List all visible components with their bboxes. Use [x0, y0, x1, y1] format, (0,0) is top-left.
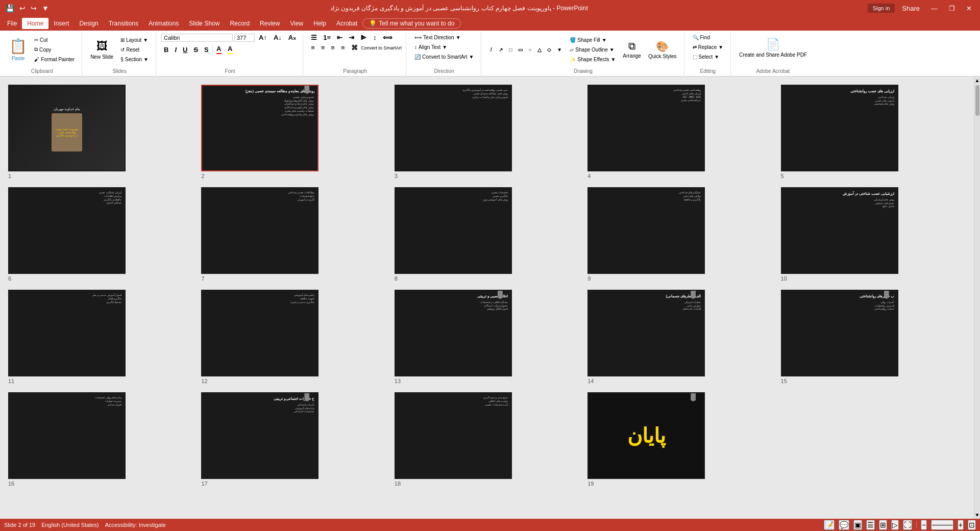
bullets-button[interactable]: ☰	[308, 33, 320, 42]
slide-item-2[interactable]: روش های معاینه و مطالعه سیستم عصبی (مغز)…	[201, 85, 386, 179]
menu-insert[interactable]: Insert	[48, 18, 74, 29]
outline-view-button[interactable]: ☰	[866, 520, 875, 530]
shape-more[interactable]: ▼	[554, 46, 564, 54]
shape-fill-button[interactable]: 🪣 Shape Fill▼	[567, 35, 619, 44]
menu-transitions[interactable]: Transitions	[104, 18, 143, 29]
menu-help[interactable]: Help	[308, 18, 331, 29]
slide-thumb-19[interactable]: پایان	[587, 392, 705, 479]
slide-item-10[interactable]: ارزشیابی عصب شناختی در آموزش روش های ارز…	[781, 187, 966, 282]
bold-button[interactable]: B	[161, 45, 171, 55]
slide-thumb-2[interactable]: روش های معاینه و مطالعه سیستم عصبی (مغز)…	[201, 85, 318, 171]
replace-button[interactable]: ⇄ Replace▼	[690, 42, 727, 52]
shape-diamond[interactable]: ◇	[545, 46, 554, 54]
smart-art-button[interactable]: ⌘	[349, 43, 360, 53]
zoom-out-button[interactable]: −	[921, 520, 927, 530]
text-direction-button[interactable]: ⟺ Text Direction ▼	[411, 33, 477, 42]
justify-button[interactable]: ≡	[338, 43, 348, 53]
sign-in-button[interactable]: Sign in	[868, 4, 895, 13]
menu-record[interactable]: Record	[225, 18, 255, 29]
convert-smartart-button[interactable]: 🔄 Convert to SmartArt ▼	[411, 52, 477, 61]
shape-rounded-rect[interactable]: ▭	[516, 46, 525, 54]
notes-button[interactable]: 📝	[824, 520, 835, 530]
slide-thumb-11[interactable]: اصول آموزش مبتنی بر مغز یادگیری فعال محی…	[8, 290, 126, 376]
slide-item-3[interactable]: متن عصبی روانشناسی در آموزش و یادگیری رو…	[395, 85, 579, 179]
shadow-button[interactable]: S	[202, 45, 211, 55]
slide-item-15[interactable]: ب خطرهای روانشناختی تأثیرات روانی استرس …	[781, 290, 966, 384]
align-right-button[interactable]: ≡	[328, 43, 337, 53]
slide-thumb-8[interactable]: تحقیقات مغزی یادگیری عصبی روش های آموزشی…	[395, 187, 512, 274]
reading-view-button[interactable]: ▷	[891, 520, 899, 530]
slide-item-8[interactable]: تحقیقات مغزی یادگیری عصبی روش های آموزشی…	[395, 187, 579, 282]
align-center-button[interactable]: ≡	[318, 43, 328, 53]
underline-button[interactable]: U	[180, 45, 190, 55]
normal-view-button[interactable]: ▣	[853, 520, 862, 530]
slide-thumb-10[interactable]: ارزشیابی عصب شناختی در آموزش روش های ارز…	[781, 187, 898, 274]
tell-me-input[interactable]: 💡 Tell me what you want to do	[362, 18, 461, 29]
slide-item-1[interactable]: بنام خداوند مهربان پاورپوینت فصل چهارمرو…	[8, 85, 193, 179]
slide-thumb-13[interactable]: اخلاق عصبی و تربیتی مسائل اخلاقی در تحقی…	[395, 290, 512, 376]
slide-thumb-16[interactable]: پیامدهای روانی تحقیقات مدیریت خطرات اصول…	[8, 392, 126, 479]
scroll-up-button[interactable]: ▲	[974, 77, 980, 84]
increase-indent-button[interactable]: ⇥	[346, 33, 357, 42]
strikethrough-button[interactable]: S	[191, 45, 201, 55]
align-text-button[interactable]: ↕ Align Text ▼	[411, 42, 477, 52]
slides-panel[interactable]: بنام خداوند مهربان پاورپوینت فصل چهارمرو…	[0, 77, 974, 519]
shape-rect[interactable]: □	[506, 46, 515, 54]
menu-view[interactable]: View	[285, 18, 308, 29]
highlight-button[interactable]: A	[225, 44, 235, 55]
shape-outline-button[interactable]: ▱ Shape Outline▼	[567, 45, 619, 54]
reset-button[interactable]: ↺ Reset	[117, 45, 152, 54]
cut-button[interactable]: ✂ Cut	[31, 35, 78, 44]
arrange-button[interactable]: ⧉ Arrange	[620, 35, 644, 64]
increase-font-size-button[interactable]: A↑	[256, 33, 270, 42]
scroll-down-button[interactable]: ▼	[974, 511, 980, 519]
shape-oval[interactable]: ○	[525, 46, 534, 54]
find-button[interactable]: 🔍 Find	[690, 33, 727, 42]
clear-format-button[interactable]: Aₓ	[286, 33, 299, 42]
slide-item-16[interactable]: پیامدهای روانی تحقیقات مدیریت خطرات اصول…	[8, 392, 193, 487]
shape-effects-button[interactable]: ✨ Shape Effects▼	[567, 55, 619, 64]
menu-design[interactable]: Design	[74, 18, 103, 29]
slideshow-button[interactable]: ⛶	[903, 520, 912, 530]
slide-item-4[interactable]: روانشناسی عصبی شناختی ارزیابی های بالینی…	[587, 85, 772, 179]
line-spacing-button[interactable]: ↕	[371, 33, 379, 42]
slide-thumb-14[interactable]: الف (خطرهای جسمانی) خطرات فیزیکی عوارض ج…	[587, 290, 705, 376]
slide-item-9[interactable]: عملکردهای شناختی توانایی های ذهنی یادگیر…	[587, 187, 772, 282]
zoom-slider[interactable]: ────	[931, 520, 953, 530]
slide-thumb-5[interactable]: ارزیابی های عصب روانشناختی ارزیابی شناخت…	[781, 85, 898, 171]
slide-item-7[interactable]: مطالعات عصبی شناختی نتایج تحقیقات کاربرد…	[201, 187, 386, 282]
restore-button[interactable]: ❐	[945, 4, 959, 13]
redo-button[interactable]: ↪	[29, 3, 38, 13]
minimize-button[interactable]: —	[927, 4, 942, 13]
layout-button[interactable]: ⊞ Layout ▼	[117, 35, 152, 44]
create-pdf-button[interactable]: 📄 Create and Share Adobe PDF	[736, 33, 810, 62]
paste-button[interactable]: 📋 Paste	[6, 35, 30, 64]
section-button[interactable]: § Section ▼	[117, 55, 152, 64]
slide-thumb-15[interactable]: ب خطرهای روانشناختی تأثیرات روانی استرس …	[781, 290, 898, 376]
decrease-indent-button[interactable]: ⇤	[334, 33, 345, 42]
slide-thumb-3[interactable]: متن عصبی روانشناسی در آموزش و یادگیری رو…	[395, 85, 512, 171]
slide-item-11[interactable]: اصول آموزش مبتنی بر مغز یادگیری فعال محی…	[8, 290, 193, 384]
align-left-button[interactable]: ≡	[308, 43, 317, 53]
menu-home[interactable]: Home	[22, 18, 48, 29]
undo-button[interactable]: ↩	[18, 3, 27, 13]
slide-thumb-9[interactable]: عملکردهای شناختی توانایی های ذهنی یادگیر…	[587, 187, 705, 274]
shape-arrow[interactable]: ↗	[496, 46, 505, 54]
new-slide-button[interactable]: 🖼 New Slide	[87, 35, 116, 64]
slide-thumb-1[interactable]: بنام خداوند مهربان پاورپوینت فصل چهارمرو…	[8, 85, 126, 171]
slide-thumb-17[interactable]: خ خطرات اجتماعی و تربیتی تأثیرات اجتماعی…	[201, 392, 318, 479]
font-size-input[interactable]	[234, 34, 255, 42]
right-scrollbar[interactable]: ▲ ▼	[974, 77, 980, 519]
scroll-thumb[interactable]	[975, 85, 979, 116]
menu-review[interactable]: Review	[255, 18, 285, 29]
slide-item-13[interactable]: اخلاق عصبی و تربیتی مسائل اخلاقی در تحقی…	[395, 290, 579, 384]
slide-sorter-button[interactable]: ⊞	[879, 520, 887, 530]
columns-button[interactable]: ⫸	[358, 33, 370, 42]
slide-item-17[interactable]: خ خطرات اجتماعی و تربیتی تأثیرات اجتماعی…	[201, 392, 386, 487]
tell-me-label[interactable]: Tell me what you want to do	[379, 20, 454, 27]
fit-slide-button[interactable]: ⊡	[968, 520, 976, 530]
menu-slide-show[interactable]: Slide Show	[184, 18, 225, 29]
italic-button[interactable]: I	[172, 45, 179, 55]
slide-item-6[interactable]: ارزیابی عملکرد مغزی پردازش اطلاعات حافظه…	[8, 187, 193, 282]
slide-thumb-6[interactable]: ارزیابی عملکرد مغزی پردازش اطلاعات حافظه…	[8, 187, 126, 274]
